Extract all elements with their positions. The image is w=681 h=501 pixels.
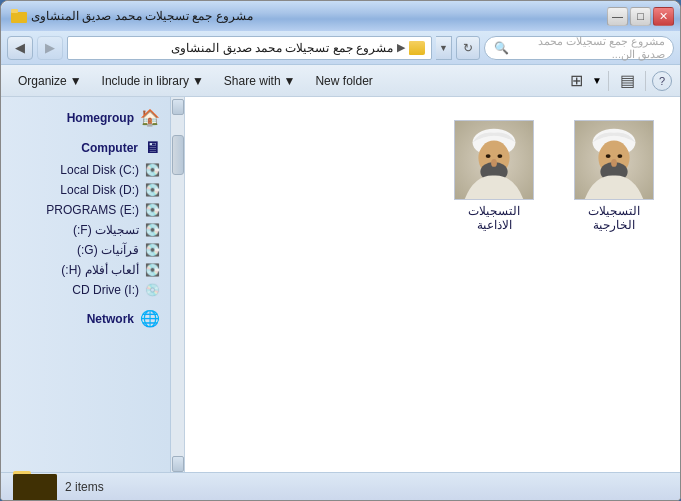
sidebar-item-computer[interactable]: 🖥 Computer: [1, 136, 170, 160]
drive-g-icon: 💽: [145, 243, 160, 257]
toolbar: Organize ▼ Include in library ▼ Share wi…: [1, 65, 680, 97]
refresh-button[interactable]: ↻: [456, 36, 480, 60]
window-icon: [11, 9, 27, 23]
path-separator: ▶: [397, 41, 405, 54]
include-dropdown-icon: ▼: [192, 74, 204, 88]
computer-label: Computer: [81, 141, 138, 155]
folder-thumbnail-image-1: [575, 120, 653, 200]
folder-item-2[interactable]: التسجيلات الاذاعية: [444, 113, 544, 239]
sidebar: 🏠 Homegroup 🖥 Computer 💽 Local Disk (C:)…: [1, 97, 171, 472]
sidebar-item-homegroup[interactable]: 🏠 Homegroup: [1, 105, 170, 130]
homegroup-icon: 🏠: [140, 108, 160, 127]
computer-icon: 🖥: [144, 139, 160, 157]
toolbar-divider: [608, 71, 609, 91]
drive-d-icon: 💽: [145, 183, 160, 197]
sidebar-item-drive-d[interactable]: 💽 Local Disk (D:): [1, 180, 170, 200]
help-button[interactable]: ?: [652, 71, 672, 91]
sidebar-section-network: 🌐 Network: [1, 306, 170, 331]
status-bar: 2 items: [1, 472, 680, 500]
close-button[interactable]: ✕: [653, 7, 674, 26]
folder-label-2: التسجيلات الاذاعية: [451, 204, 537, 232]
homegroup-label: Homegroup: [67, 111, 134, 125]
sidebar-item-drive-h[interactable]: 💽 ألعاب أفلام (H:): [1, 260, 170, 280]
items-grid: التسجيلات الخارجية: [201, 113, 664, 239]
view-dropdown-icon[interactable]: ▼: [592, 75, 602, 86]
search-placeholder: مشروع جمع تسجيلات محمد صدیق الن...: [509, 35, 665, 61]
drive-i-icon: 💿: [145, 283, 160, 297]
content-area: التسجيلات الخارجية: [185, 97, 680, 472]
folder-thumbnail-2: [454, 120, 534, 200]
path-dropdown-button[interactable]: ▼: [436, 36, 452, 60]
drive-c-label: Local Disk (C:): [60, 163, 139, 177]
toolbar-divider-2: [645, 71, 646, 91]
sidebar-item-drive-e[interactable]: 💽 PROGRAMS (E:): [1, 200, 170, 220]
folder-thumbnail-1: [574, 120, 654, 200]
svg-point-8: [617, 154, 622, 158]
drive-h-icon: 💽: [145, 263, 160, 277]
network-label: Network: [87, 312, 134, 326]
folder-thumbnail-image-2: [455, 120, 533, 200]
organize-dropdown-icon: ▼: [70, 74, 82, 88]
svg-rect-20: [13, 474, 57, 502]
sidebar-item-drive-c[interactable]: 💽 Local Disk (C:): [1, 160, 170, 180]
drive-f-icon: 💽: [145, 223, 160, 237]
new-folder-label: New folder: [315, 74, 372, 88]
item-count: 2 items: [65, 480, 104, 494]
sidebar-item-drive-i[interactable]: 💿 CD Drive (I:): [1, 280, 170, 300]
svg-rect-1: [11, 9, 18, 13]
title-bar: مشروع جمع تسجيلات محمد صديق المنشاوى — □…: [1, 1, 680, 31]
svg-point-15: [497, 154, 502, 158]
sidebar-section-homegroup: 🏠 Homegroup: [1, 105, 170, 130]
title-bar-left: مشروع جمع تسجيلات محمد صديق المنشاوى: [11, 9, 253, 23]
main-window: مشروع جمع تسجيلات محمد صديق المنشاوى — □…: [0, 0, 681, 501]
share-dropdown-icon: ▼: [284, 74, 296, 88]
include-label: Include in library: [102, 74, 189, 88]
back-button[interactable]: ◀: [7, 36, 33, 60]
svg-point-9: [611, 159, 617, 167]
status-folder-icon: [13, 468, 57, 502]
scrollbar[interactable]: [171, 97, 185, 472]
drive-e-label: PROGRAMS (E:): [46, 203, 139, 217]
details-pane-button[interactable]: ▤: [615, 69, 639, 93]
svg-point-16: [491, 159, 497, 167]
share-with-button[interactable]: Share with ▼: [215, 69, 305, 93]
main-area: 🏠 Homegroup 🖥 Computer 💽 Local Disk (C:)…: [1, 97, 680, 472]
drive-h-label: ألعاب أفلام (H:): [61, 263, 139, 277]
path-text: مشروع جمع تسجيلات محمد صديق المنشاوى: [171, 41, 393, 55]
new-folder-button[interactable]: New folder: [306, 69, 381, 93]
title-buttons: — □ ✕: [607, 7, 674, 26]
search-box[interactable]: مشروع جمع تسجيلات محمد صدیق الن... 🔍: [484, 36, 674, 60]
organize-label: Organize: [18, 74, 67, 88]
maximize-button[interactable]: □: [630, 7, 651, 26]
svg-rect-0: [11, 12, 27, 23]
window-title: مشروع جمع تسجيلات محمد صديق المنشاوى: [31, 9, 253, 23]
drive-g-label: قرآنيات (G:): [77, 243, 139, 257]
path-folder-icon: [409, 41, 425, 55]
scroll-thumb[interactable]: [172, 135, 184, 175]
organize-button[interactable]: Organize ▼: [9, 69, 91, 93]
sidebar-item-drive-f[interactable]: 💽 تسجيلات (F:): [1, 220, 170, 240]
content-wrapper: التسجيلات الخارجية: [171, 97, 680, 472]
sidebar-section-computer: 🖥 Computer 💽 Local Disk (C:) 💽 Local Dis…: [1, 136, 170, 300]
toolbar-right: ⊞ ▼ ▤ ?: [564, 69, 672, 93]
address-path[interactable]: ▶ مشروع جمع تسجيلات محمد صديق المنشاوى: [67, 36, 432, 60]
drive-e-icon: 💽: [145, 203, 160, 217]
sidebar-item-drive-g[interactable]: 💽 قرآنيات (G:): [1, 240, 170, 260]
svg-point-7: [606, 154, 611, 158]
sidebar-item-network[interactable]: 🌐 Network: [1, 306, 170, 331]
include-in-library-button[interactable]: Include in library ▼: [93, 69, 213, 93]
view-options-button[interactable]: ⊞: [564, 69, 588, 93]
folder-label-1: التسجيلات الخارجية: [571, 204, 657, 232]
minimize-button[interactable]: —: [607, 7, 628, 26]
drive-d-label: Local Disk (D:): [60, 183, 139, 197]
address-bar: ◀ ▶ ▶ مشروع جمع تسجيلات محمد صديق المنشا…: [1, 31, 680, 65]
scroll-down-button[interactable]: [172, 456, 184, 472]
share-with-label: Share with: [224, 74, 281, 88]
drive-i-label: CD Drive (I:): [72, 283, 139, 297]
forward-button[interactable]: ▶: [37, 36, 63, 60]
svg-point-14: [486, 154, 491, 158]
folder-item-1[interactable]: التسجيلات الخارجية: [564, 113, 664, 239]
network-icon: 🌐: [140, 309, 160, 328]
scroll-up-button[interactable]: [172, 99, 184, 115]
search-icon[interactable]: 🔍: [493, 40, 509, 56]
